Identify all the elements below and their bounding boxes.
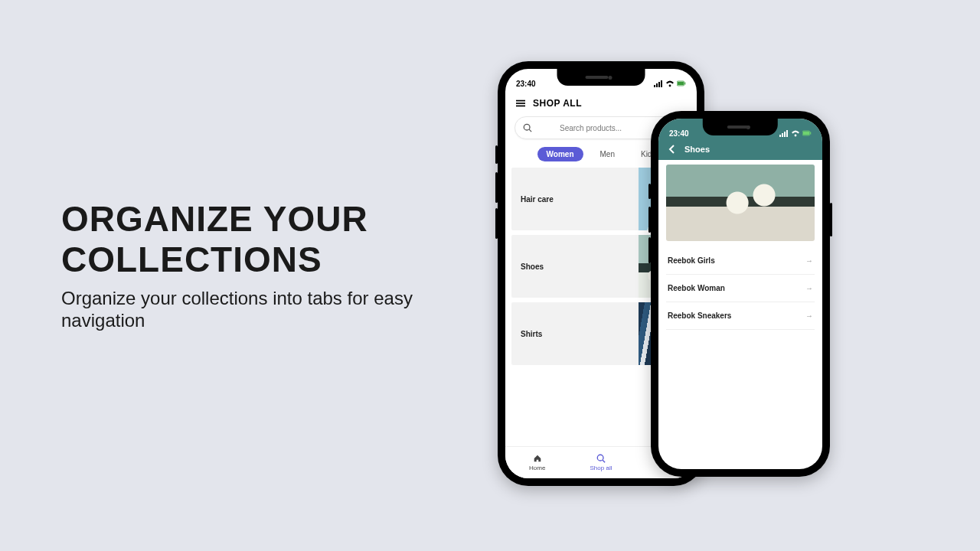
svg-point-19 (795, 135, 797, 137)
search-icon (596, 454, 606, 463)
search-icon (523, 123, 532, 132)
list-item-label: Reebok Woman (668, 284, 725, 292)
svg-rect-18 (786, 130, 788, 137)
headline: ORGANIZE YOUR COLLECTIONS (61, 199, 490, 280)
app-header: Shoes (658, 143, 822, 160)
svg-point-4 (669, 85, 671, 87)
tab-men[interactable]: Men (591, 147, 624, 161)
menu-icon[interactable] (516, 99, 525, 108)
wifi-icon (665, 79, 675, 88)
app-header: SHOP ALL (505, 93, 697, 110)
nav-label: Shop all (590, 465, 612, 471)
phone-mockup-shoes: 23:40 Shoes Reebok Girls → Reebok Woman … (651, 111, 830, 477)
chevron-right-icon: → (805, 284, 813, 292)
subcollection-list: Reebok Girls → Reebok Woman → Reebok Sne… (658, 247, 822, 330)
status-time: 23:40 (516, 80, 536, 88)
status-icons (654, 79, 686, 88)
chevron-right-icon: → (805, 311, 813, 320)
back-icon[interactable] (668, 145, 677, 154)
signal-icon (779, 129, 789, 138)
tab-women[interactable]: Women (537, 147, 583, 161)
nav-home[interactable]: Home (505, 447, 569, 478)
svg-rect-17 (784, 132, 786, 137)
chevron-right-icon: → (805, 256, 813, 265)
svg-rect-1 (656, 83, 658, 87)
battery-icon (677, 79, 686, 88)
list-item-reebok-woman[interactable]: Reebok Woman → (666, 275, 815, 302)
list-item-label: Reebok Sneakers (668, 311, 731, 320)
svg-point-11 (524, 124, 530, 130)
svg-rect-6 (678, 82, 684, 86)
signal-icon (654, 79, 663, 88)
svg-line-12 (529, 129, 531, 132)
battery-icon (802, 129, 812, 138)
svg-rect-10 (516, 106, 525, 107)
collection-label: Hair care (511, 195, 554, 204)
svg-rect-7 (684, 83, 685, 85)
wifi-icon (791, 129, 800, 138)
svg-rect-3 (661, 80, 662, 87)
status-time: 23:40 (669, 129, 689, 138)
status-icons (779, 129, 812, 138)
list-item-reebok-sneakers[interactable]: Reebok Sneakers → (666, 302, 815, 330)
svg-rect-0 (654, 85, 655, 87)
collection-label: Shoes (511, 262, 544, 271)
svg-rect-9 (516, 103, 525, 104)
nav-label: Home (529, 465, 545, 471)
marketing-copy: ORGANIZE YOUR COLLECTIONS Organize your … (61, 199, 490, 331)
hero-image (666, 165, 815, 241)
list-item-label: Reebok Girls (668, 256, 715, 265)
search-placeholder: Search products... (560, 124, 622, 132)
svg-rect-8 (516, 100, 525, 102)
svg-point-13 (597, 455, 603, 461)
svg-rect-21 (803, 132, 809, 135)
subheadline: Organize your collections into tabs for … (61, 288, 490, 332)
nav-shop-all[interactable]: Shop all (569, 447, 632, 478)
svg-rect-15 (779, 135, 781, 137)
svg-rect-16 (782, 133, 783, 137)
collection-label: Shirts (511, 330, 542, 338)
header-title: Shoes (684, 145, 710, 154)
header-title: SHOP ALL (533, 98, 582, 109)
list-item-reebok-girls[interactable]: Reebok Girls → (666, 247, 815, 275)
svg-line-14 (603, 460, 605, 462)
svg-rect-22 (810, 132, 811, 135)
home-icon (533, 454, 542, 463)
svg-rect-2 (658, 82, 660, 87)
